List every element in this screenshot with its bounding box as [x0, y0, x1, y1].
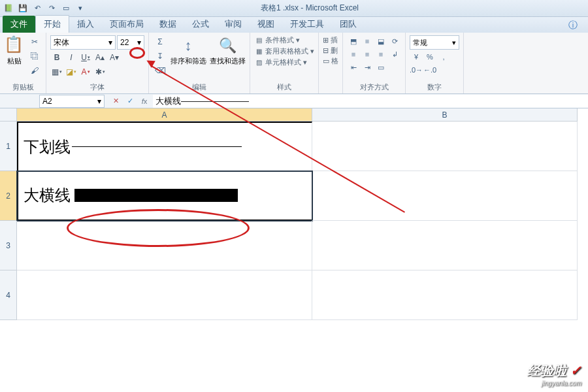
cell-a4[interactable] [17, 270, 312, 320]
select-all-corner[interactable] [0, 108, 17, 122]
comma-icon[interactable]: , [437, 51, 450, 63]
styles-group-label: 样式 [254, 81, 314, 93]
format-painter-icon[interactable]: 🖌 [27, 64, 42, 77]
align-left-icon[interactable]: ≡ [347, 48, 360, 60]
wrap-text-icon[interactable]: ↲ [388, 48, 401, 60]
formula-input[interactable] [153, 95, 588, 108]
merge-cells-icon[interactable]: ▭ [374, 61, 387, 73]
cut-icon[interactable]: ✂ [27, 35, 42, 48]
fill-color-button[interactable]: ◪▾ [65, 65, 78, 78]
align-middle-icon[interactable]: ≡ [361, 35, 374, 47]
redo-icon[interactable]: ↷ [46, 3, 57, 14]
paste-icon[interactable]: 📋 [4, 35, 25, 56]
font-name-select[interactable]: 宋体▾ [50, 35, 116, 50]
sort-filter-icon: ↕ [178, 35, 199, 56]
increase-indent-icon[interactable]: ⇥ [361, 61, 374, 73]
clear-icon[interactable]: ⌫ [153, 64, 167, 77]
phonetic-button[interactable]: ✱▾ [93, 65, 106, 78]
align-top-icon[interactable]: ⬒ [347, 35, 360, 47]
excel-icon: 📗 [3, 3, 14, 14]
save-icon[interactable]: 💾 [17, 3, 29, 14]
align-bottom-icon[interactable]: ⬓ [374, 35, 387, 47]
find-select-button[interactable]: 🔍 查找和选择 [209, 35, 246, 81]
row-header-3[interactable]: 3 [0, 221, 17, 270]
tab-home[interactable]: 开始 [35, 15, 69, 33]
ribbon-tabs: 文件 开始 插入 页面布局 数据 公式 审阅 视图 开发工具 团队 ⓘ [0, 17, 588, 33]
paste-button[interactable]: 粘贴 [7, 56, 22, 66]
font-group-label: 字体 [50, 81, 144, 93]
percent-icon[interactable]: % [423, 51, 436, 63]
cell-b1[interactable] [312, 122, 578, 171]
align-center-icon[interactable]: ≡ [361, 48, 374, 60]
font-shrink-button[interactable]: A▾ [108, 51, 121, 64]
underline-button[interactable]: U▾ [79, 51, 92, 64]
orientation-icon[interactable]: ⟳ [388, 35, 401, 47]
tab-team[interactable]: 团队 [332, 16, 365, 33]
underline-sample [72, 146, 242, 147]
cells-group-label [323, 91, 338, 93]
tab-formulas[interactable]: 公式 [184, 16, 217, 33]
new-icon[interactable]: ▭ [60, 3, 72, 14]
cancel-edit-icon[interactable]: ✕ [110, 95, 122, 107]
bold-button[interactable]: B [50, 51, 63, 64]
decrease-indent-icon[interactable]: ⇤ [347, 61, 360, 73]
tab-developer[interactable]: 开发工具 [282, 16, 332, 33]
currency-icon[interactable]: ¥ [410, 51, 423, 63]
font-color-button[interactable]: A▾ [79, 65, 92, 78]
alignment-group-label: 对齐方式 [347, 81, 401, 93]
help-icon[interactable]: ⓘ [564, 18, 581, 33]
insert-cells-button[interactable]: ⊞插 [323, 35, 338, 45]
qat-dropdown-icon[interactable]: ▾ [74, 3, 86, 14]
name-box[interactable]: A2▾ [39, 95, 105, 108]
copy-icon[interactable]: ⿻ [27, 50, 42, 63]
format-icon: ▭ [323, 57, 329, 65]
chevron-down-icon[interactable]: ▾ [137, 38, 141, 47]
font-grow-button[interactable]: A▴ [93, 51, 106, 64]
insert-icon: ⊞ [323, 36, 329, 44]
cond-fmt-icon: ▤ [254, 36, 263, 45]
decrease-decimal-icon[interactable]: ←.0 [423, 64, 436, 76]
file-tab[interactable]: 文件 [3, 16, 35, 33]
ribbon: 📋 粘贴 ✂ ⿻ 🖌 剪贴板 宋体▾ 22▾ [0, 33, 588, 94]
fx-icon[interactable]: fx [139, 95, 150, 107]
row-header-1[interactable]: 1 [0, 122, 17, 171]
column-header-a[interactable]: A [17, 108, 312, 122]
tab-review[interactable]: 审阅 [217, 16, 250, 33]
cell-a3[interactable] [17, 221, 312, 270]
cell-b4[interactable] [312, 270, 578, 320]
accept-edit-icon[interactable]: ✓ [124, 95, 136, 107]
row-header-4[interactable]: 4 [0, 270, 17, 320]
fill-icon[interactable]: ↧ [153, 50, 167, 63]
format-as-table-button[interactable]: ▦套用表格格式▾ [254, 46, 314, 56]
number-group: 常规▾ ¥ % , .0→ ←.0 数字 [406, 33, 464, 93]
autosum-icon[interactable]: Σ [153, 35, 167, 48]
conditional-format-button[interactable]: ▤条件格式▾ [254, 35, 314, 45]
row-header-2[interactable]: 2 [0, 171, 17, 221]
format-cells-button[interactable]: ▭格 [323, 56, 338, 66]
editing-group: Σ ↧ ⌫ ↕ 排序和筛选 🔍 查找和选择 编辑 [149, 33, 250, 93]
table-fmt-icon: ▦ [254, 47, 263, 56]
formula-bar: A2▾ ✕ ✓ fx [0, 94, 588, 108]
cell-b2[interactable] [312, 171, 578, 221]
column-header-b[interactable]: B [312, 108, 578, 122]
cell-a2[interactable]: 大横线 [17, 171, 312, 221]
tab-page-layout[interactable]: 页面布局 [102, 16, 152, 33]
tab-view[interactable]: 视图 [250, 16, 282, 33]
italic-button[interactable]: I [65, 51, 78, 64]
undo-icon[interactable]: ↶ [31, 3, 43, 14]
sort-filter-button[interactable]: ↕ 排序和筛选 [170, 35, 206, 81]
worksheet[interactable]: A B 1 下划线 2 大横线 3 4 [0, 108, 588, 320]
chevron-down-icon[interactable]: ▾ [97, 97, 101, 106]
increase-decimal-icon[interactable]: .0→ [410, 64, 423, 76]
cell-styles-button[interactable]: ▨单元格样式▾ [254, 57, 314, 67]
borders-button[interactable]: ▦▾ [50, 65, 63, 78]
align-right-icon[interactable]: ≡ [374, 48, 387, 60]
cell-b3[interactable] [312, 221, 578, 270]
cell-a1[interactable]: 下划线 [17, 122, 312, 171]
tab-data[interactable]: 数据 [152, 16, 184, 33]
font-size-select[interactable]: 22▾ [117, 35, 144, 50]
number-format-select[interactable]: 常规▾ [410, 35, 459, 50]
delete-cells-button[interactable]: ⊟删 [323, 46, 338, 56]
chevron-down-icon[interactable]: ▾ [108, 38, 112, 47]
tab-insert[interactable]: 插入 [69, 16, 102, 33]
